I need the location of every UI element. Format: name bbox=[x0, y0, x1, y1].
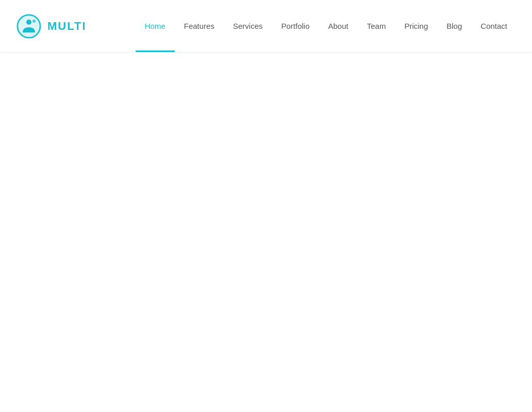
nav-item-services[interactable]: Services bbox=[224, 0, 272, 52]
nav-item-home[interactable]: Home bbox=[136, 0, 175, 52]
nav-item-about[interactable]: About bbox=[319, 0, 358, 52]
multi-logo-icon bbox=[15, 13, 42, 40]
nav-item-portfolio[interactable]: Portfolio bbox=[272, 0, 319, 52]
nav-item-pricing[interactable]: Pricing bbox=[395, 0, 437, 52]
svg-point-3 bbox=[32, 20, 36, 23]
site-header: MULTI Home Features Services Portfolio A… bbox=[0, 0, 532, 52]
nav-item-blog[interactable]: Blog bbox=[437, 0, 471, 52]
svg-point-2 bbox=[26, 20, 31, 25]
main-content bbox=[0, 52, 532, 412]
nav-item-team[interactable]: Team bbox=[358, 0, 395, 52]
nav-item-features[interactable]: Features bbox=[175, 0, 224, 52]
logo-text: MULTI bbox=[47, 20, 87, 33]
svg-point-0 bbox=[16, 13, 42, 39]
nav-item-contact[interactable]: Contact bbox=[471, 0, 517, 52]
main-nav: Home Features Services Portfolio About T… bbox=[136, 0, 517, 52]
site-logo[interactable]: MULTI bbox=[15, 13, 87, 40]
